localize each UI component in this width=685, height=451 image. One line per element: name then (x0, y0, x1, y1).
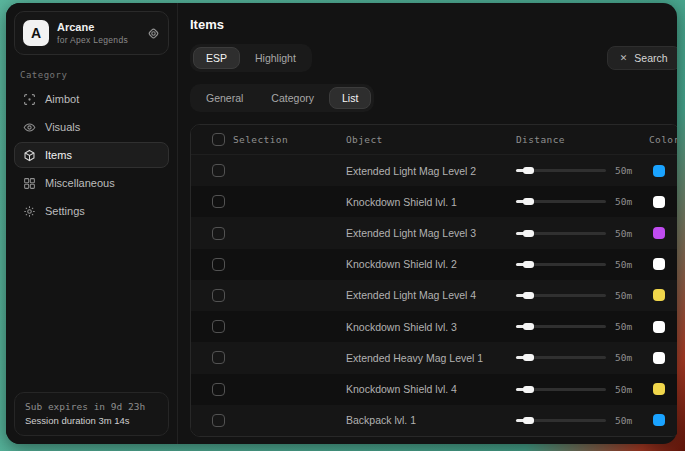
distance-cell: 50m (516, 352, 638, 363)
object-name: Backpack lvl. 1 (346, 414, 516, 426)
distance-cell: 50m (516, 321, 638, 332)
column-header-object: Object (346, 134, 516, 145)
header-checkbox-cell (191, 133, 233, 146)
table-row: Extended Heavy Mag Level 150m (191, 342, 677, 373)
sidebar-item-aimbot[interactable]: Aimbot (14, 86, 169, 112)
color-swatch[interactable] (653, 321, 665, 333)
main-panel: Items ESPHighlight ✕ Search GeneralCateg… (178, 3, 677, 444)
gear-icon (23, 205, 36, 218)
column-header-distance: Distance (516, 134, 638, 145)
sidebar-item-settings[interactable]: Settings (14, 198, 169, 224)
list-mode-tabs: GeneralCategoryList (190, 84, 374, 112)
tab-esp[interactable]: ESP (193, 47, 240, 69)
tab-category[interactable]: Category (258, 87, 327, 109)
distance-slider[interactable] (516, 263, 606, 266)
distance-slider[interactable] (516, 356, 606, 359)
table-row: Knockdown Shield lvl. 150m (191, 186, 677, 217)
row-checkbox[interactable] (212, 414, 225, 427)
distance-value: 50m (615, 415, 632, 426)
subscription-card: Sub expires in 9d 23h Session duration 3… (14, 392, 169, 437)
distance-slider[interactable] (516, 232, 606, 235)
row-checkbox[interactable] (212, 227, 225, 240)
distance-slider[interactable] (516, 388, 606, 391)
session-duration-text: Session duration 3m 14s (25, 414, 158, 428)
color-swatch[interactable] (653, 258, 665, 270)
brand-text: Arcane for Apex Legends (57, 21, 139, 45)
sidebar-item-visuals[interactable]: Visuals (14, 114, 169, 140)
distance-value: 50m (615, 384, 632, 395)
page-title: Items (190, 17, 677, 32)
distance-cell: 50m (516, 415, 638, 426)
column-header-color: Color (638, 134, 677, 145)
row-checkbox-cell (191, 227, 233, 240)
row-checkbox-cell (191, 258, 233, 271)
row-checkbox-cell (191, 414, 233, 427)
color-swatch[interactable] (653, 289, 665, 301)
row-checkbox[interactable] (212, 383, 225, 396)
distance-cell: 50m (516, 384, 638, 395)
distance-slider[interactable] (516, 419, 606, 422)
color-cell (638, 258, 677, 270)
sidebar-nav: AimbotVisualsItemsMiscellaneousSettings (14, 86, 169, 226)
distance-cell: 50m (516, 165, 638, 176)
sidebar-item-label: Settings (45, 205, 85, 217)
distance-slider[interactable] (516, 200, 606, 203)
object-name: Knockdown Shield lvl. 4 (346, 383, 516, 395)
badge-icon[interactable] (147, 27, 160, 40)
sub-expiry-text: Sub expires in 9d 23h (25, 400, 158, 414)
package-icon (23, 149, 36, 162)
distance-slider[interactable] (516, 325, 606, 328)
search-button-label: Search (634, 52, 667, 64)
search-button[interactable]: ✕ Search (607, 46, 677, 70)
x-icon: ✕ (620, 53, 628, 63)
row-checkbox-cell (191, 320, 233, 333)
row-checkbox[interactable] (212, 164, 225, 177)
sidebar-item-items[interactable]: Items (14, 142, 169, 168)
object-name: Extended Heavy Mag Level 1 (346, 352, 516, 364)
object-name: Extended Light Mag Level 3 (346, 227, 516, 239)
row-checkbox-cell (191, 164, 233, 177)
color-swatch[interactable] (653, 227, 665, 239)
row-checkbox-cell (191, 195, 233, 208)
row-checkbox[interactable] (212, 289, 225, 302)
row-checkbox[interactable] (212, 195, 225, 208)
distance-slider[interactable] (516, 294, 606, 297)
row-checkbox-cell (191, 289, 233, 302)
distance-cell: 50m (516, 290, 638, 301)
sidebar-item-label: Items (45, 149, 72, 161)
distance-value: 50m (615, 321, 632, 332)
sidebar-item-label: Visuals (45, 121, 80, 133)
tab-highlight[interactable]: Highlight (242, 47, 309, 69)
crosshair-icon (23, 93, 36, 106)
tab-general[interactable]: General (193, 87, 256, 109)
object-name: Extended Light Mag Level 2 (346, 165, 516, 177)
distance-value: 50m (615, 259, 632, 270)
color-swatch[interactable] (653, 196, 665, 208)
color-swatch[interactable] (653, 165, 665, 177)
color-swatch[interactable] (653, 414, 665, 426)
color-cell (638, 414, 677, 426)
sidebar-item-miscellaneous[interactable]: Miscellaneous (14, 170, 169, 196)
distance-value: 50m (615, 196, 632, 207)
sidebar-item-label: Aimbot (45, 93, 79, 105)
distance-cell: 50m (516, 196, 638, 207)
select-all-checkbox[interactable] (212, 133, 225, 146)
row-checkbox[interactable] (212, 320, 225, 333)
table-row: Knockdown Shield lvl. 250m (191, 249, 677, 280)
distance-value: 50m (615, 165, 632, 176)
distance-slider[interactable] (516, 169, 606, 172)
column-header-selection: Selection (233, 134, 346, 145)
table-header-row: Selection Object Distance Color (191, 125, 677, 155)
color-swatch[interactable] (653, 352, 665, 364)
category-section-label: Category (20, 70, 163, 80)
table-row: Knockdown Shield lvl. 450m (191, 374, 677, 405)
row-checkbox[interactable] (212, 351, 225, 364)
app-subtitle: for Apex Legends (57, 35, 139, 46)
color-cell (638, 196, 677, 208)
tab-list[interactable]: List (329, 87, 371, 109)
table-body: Extended Light Mag Level 250mKnockdown S… (191, 155, 677, 436)
distance-cell: 50m (516, 259, 638, 270)
row-checkbox[interactable] (212, 258, 225, 271)
color-swatch[interactable] (653, 383, 665, 395)
items-table: Selection Object Distance Color Extended… (190, 124, 677, 437)
